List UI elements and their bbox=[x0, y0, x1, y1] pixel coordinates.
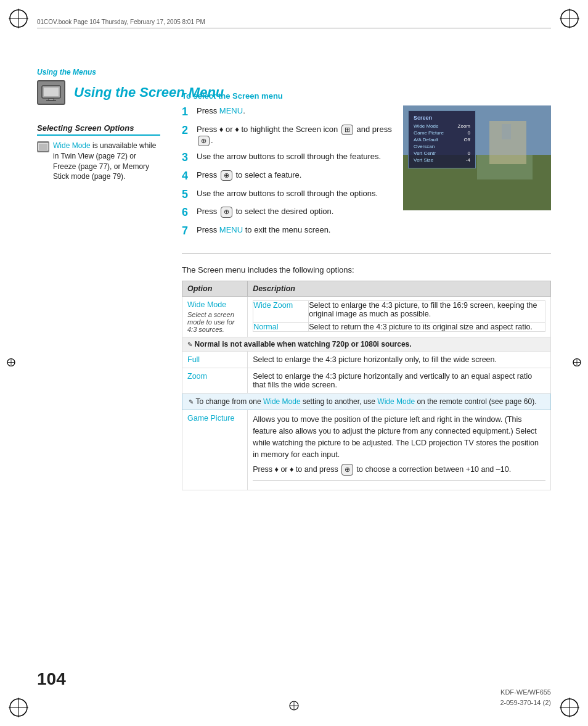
screen-menu-row-gamepic: Game Picture0 bbox=[414, 130, 470, 136]
widemode-note-cell: ✎ To change from one Wide Mode setting t… bbox=[182, 394, 551, 410]
option-zoom-desc-cell: Select to enlarge the 4:3 picture horizo… bbox=[248, 368, 551, 394]
step-4-number: 4 bbox=[182, 170, 197, 183]
sub-desc-normal-cell: Select to return the 4:3 picture to its … bbox=[309, 323, 545, 332]
game-pic-bottom-rule bbox=[253, 481, 545, 481]
sub-row-normal: Normal Select to return the 4:3 picture … bbox=[253, 323, 545, 332]
option-gamepic-desc2: Press ♦ or ♦ to and press ⊕ to choose a … bbox=[253, 464, 545, 476]
option-full-desc: Select to enlarge the 4:3 picture horizo… bbox=[253, 355, 497, 364]
sub-desc-widezoom-cell: Select to enlarge the 4:3 picture, to fi… bbox=[309, 301, 545, 323]
screen-menu-row-widemode: Wide ModeZoom bbox=[414, 123, 470, 129]
svg-rect-23 bbox=[39, 144, 47, 150]
note-pencil2-icon: ✎ bbox=[189, 398, 194, 405]
step-5: 5 Use the arrow buttons to scroll throug… bbox=[182, 188, 393, 202]
step-1: 1 Press MENU. bbox=[182, 105, 393, 119]
step-3-text: Use the arrow buttons to scroll through … bbox=[197, 151, 381, 162]
left-sidebar: Selecting Screen Options Wide Mode is un… bbox=[37, 123, 160, 186]
footer-model-name: KDF-WE/WF655 bbox=[500, 687, 551, 698]
sidebar-wide-mode-icon bbox=[37, 141, 49, 152]
screen-menu-overlay-title: Screen bbox=[414, 115, 470, 121]
table-row-normal-note: ✎ Normal is not available when watching … bbox=[182, 337, 551, 352]
table-row-widemode-note: ✎ To change from one Wide Mode setting t… bbox=[182, 394, 551, 410]
sub-option-normal-cell: Normal bbox=[253, 323, 309, 332]
step-1-text: Press MENU. bbox=[197, 105, 245, 117]
step-6: 6 Press ⊕ to select the desired option. bbox=[182, 206, 393, 220]
step-7: 7 Press MENU to exit the menu screen. bbox=[182, 225, 393, 238]
corner-mark-tr bbox=[557, 6, 582, 31]
sub-row-widezoom: Wide Zoom Select to enlarge the 4:3 pict… bbox=[253, 301, 545, 323]
svg-rect-19 bbox=[44, 88, 59, 96]
option-zoom-name: Zoom bbox=[187, 372, 207, 381]
step-7-text: Press MENU to exit the menu screen. bbox=[197, 225, 330, 236]
option-full-cell: Full bbox=[182, 352, 248, 368]
sub-option-normal-name: Normal bbox=[253, 323, 278, 331]
file-info: 01COV.book Page 104 Thursday, February 1… bbox=[37, 19, 205, 25]
screen-menu-row-overscan: Overscan bbox=[414, 144, 470, 149]
table-header-option: Option bbox=[182, 281, 248, 297]
main-content: To select the Screen menu 1 Press MENU. … bbox=[182, 91, 551, 490]
page-number: 104 bbox=[37, 669, 66, 689]
top-metadata: 01COV.book Page 104 Thursday, February 1… bbox=[37, 19, 551, 28]
table-header-row: Option Description bbox=[182, 281, 551, 297]
sub-option-widezoom-cell: Wide Zoom bbox=[253, 301, 309, 323]
step-6-text: Press ⊕ to select the desired option. bbox=[197, 206, 333, 217]
option-gamepic-name: Game Picture bbox=[187, 414, 234, 423]
footer-model: KDF-WE/WF655 2-059-370-14 (2) bbox=[500, 687, 551, 707]
footer-part-number: 2-059-370-14 (2) bbox=[500, 698, 551, 708]
content-divider bbox=[182, 254, 551, 254]
corner-mark-tl bbox=[6, 6, 31, 31]
widemode-note-text: To change from one Wide Mode setting to … bbox=[195, 397, 536, 406]
side-mark-left bbox=[6, 357, 16, 369]
sidebar-icon-text: Wide Mode is unavailable while in Twin V… bbox=[37, 141, 160, 182]
option-gamepic-cell: Game Picture bbox=[182, 410, 248, 490]
sub-desc-normal: Select to return the 4:3 picture to its … bbox=[309, 323, 533, 331]
breadcrumb: Using the Menus bbox=[37, 68, 96, 76]
steps-list: 1 Press MENU. 2 Press ♦ or ♦ to highligh… bbox=[182, 105, 393, 242]
option-widemode-cell: Wide Mode Select a screen mode to use fo… bbox=[182, 297, 248, 337]
table-header-description: Description bbox=[248, 281, 551, 297]
step-2: 2 Press ♦ or ♦ to highlight the Screen i… bbox=[182, 124, 393, 147]
option-full-name: Full bbox=[187, 355, 200, 364]
corner-mark-br bbox=[557, 695, 582, 720]
intro-para: The Screen menu includes the following o… bbox=[182, 265, 551, 274]
option-zoom-cell: Zoom bbox=[182, 368, 248, 394]
option-zoom-desc: Select to enlarge the 4:3 picture horizo… bbox=[253, 372, 532, 389]
screen-menu-screenshot: Screen Wide ModeZoom Game Picture0 A/A D… bbox=[403, 105, 551, 210]
option-widemode-sub: Select a screen mode to use for 4:3 sour… bbox=[187, 311, 242, 333]
step-5-text: Use the arrow buttons to scroll through … bbox=[197, 188, 378, 199]
screenshot-background: Screen Wide ModeZoom Game Picture0 A/A D… bbox=[403, 105, 551, 210]
option-gamepic-desc-cell: Allows you to move the position of the p… bbox=[248, 410, 551, 490]
screen-menu-row-vertcenter: Vert Centr0 bbox=[414, 151, 470, 156]
step-3: 3 Use the arrow buttons to scroll throug… bbox=[182, 151, 393, 165]
step-4: 4 Press ⊕ to select a feature. bbox=[182, 170, 393, 183]
step-7-number: 7 bbox=[182, 225, 197, 238]
step-6-number: 6 bbox=[182, 206, 197, 220]
steps-area: 1 Press MENU. 2 Press ♦ or ♦ to highligh… bbox=[182, 105, 551, 242]
option-widemode-name: Wide Mode bbox=[187, 300, 242, 309]
step-2-number: 2 bbox=[182, 124, 197, 138]
bottom-center-mark bbox=[288, 699, 300, 714]
sidebar-section-title: Selecting Screen Options bbox=[37, 123, 160, 136]
step-5-number: 5 bbox=[182, 188, 197, 202]
table-row-widemode: Wide Mode Select a screen mode to use fo… bbox=[182, 297, 551, 337]
svg-rect-29 bbox=[502, 124, 511, 139]
sub-option-widezoom-name: Wide Zoom bbox=[253, 301, 293, 310]
step-1-number: 1 bbox=[182, 105, 197, 119]
corner-mark-bl bbox=[6, 695, 31, 720]
screen-menu-row-vertsize: Vert Size-4 bbox=[414, 157, 470, 163]
screen-menu-overlay: Screen Wide ModeZoom Game Picture0 A/A D… bbox=[408, 110, 476, 168]
normal-note-cell: ✎ Normal is not available when watching … bbox=[182, 337, 551, 352]
options-table: Option Description Wide Mode Select a sc… bbox=[182, 281, 551, 490]
table-row-gamepicture: Game Picture Allows you to move the posi… bbox=[182, 410, 551, 490]
normal-note-text: Normal is not available when watching 72… bbox=[194, 340, 411, 349]
widemode-sub-table: Wide Zoom Select to enlarge the 4:3 pict… bbox=[253, 300, 545, 332]
side-mark-right bbox=[572, 357, 582, 369]
sub-desc-widezoom: Select to enlarge the 4:3 picture, to fi… bbox=[309, 301, 537, 318]
table-row-zoom: Zoom Select to enlarge the 4:3 picture h… bbox=[182, 368, 551, 394]
option-gamepic-desc1: Allows you to move the position of the p… bbox=[253, 414, 545, 460]
table-row-full: Full Select to enlarge the 4:3 picture h… bbox=[182, 352, 551, 368]
step-3-number: 3 bbox=[182, 151, 197, 165]
step-2-text: Press ♦ or ♦ to highlight the Screen ico… bbox=[197, 124, 393, 147]
note-pencil-icon: ✎ bbox=[187, 341, 192, 348]
screen-menu-row-aadefault: A/A DefaultOff bbox=[414, 137, 470, 142]
screen-menu-icon bbox=[37, 80, 65, 105]
